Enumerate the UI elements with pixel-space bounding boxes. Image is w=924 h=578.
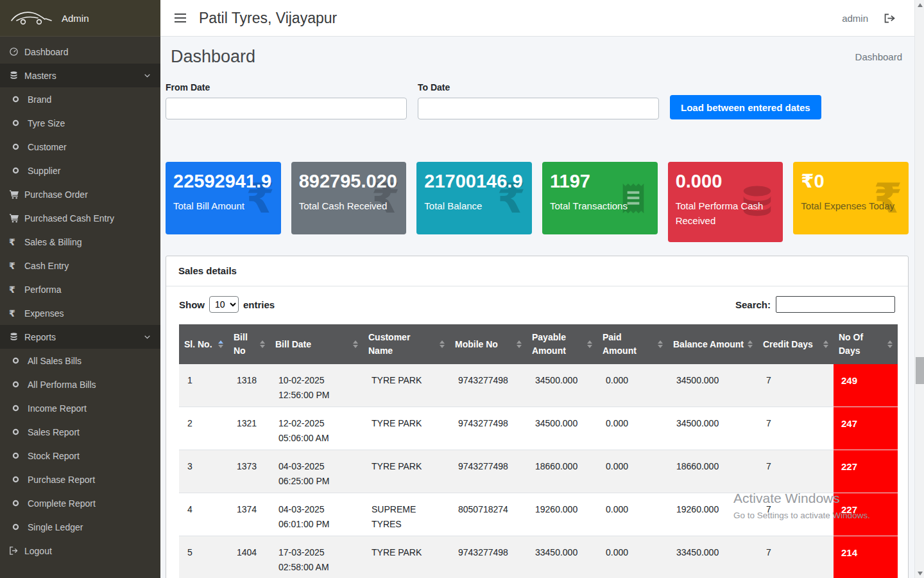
sidebar-item-sales-billing[interactable]: ₹Sales & Billing <box>0 230 160 254</box>
column-header-payable-amount[interactable]: Payable Amount <box>527 324 597 364</box>
stat-value: 1197 <box>550 170 650 193</box>
scrollbar[interactable] <box>914 0 924 578</box>
show-label: Show <box>179 299 205 310</box>
from-date-label: From Date <box>166 82 407 92</box>
cell-no-of-days: 249 <box>834 364 898 407</box>
sidebar-item-all-performa-bills[interactable]: All Performa Bills <box>0 372 160 396</box>
cell-credit-days: 7 <box>758 364 834 407</box>
stat-label: Total Balance <box>424 198 524 213</box>
sidebar-item-dashboard[interactable]: Dashboard <box>0 40 160 64</box>
cell-mobile-no: 9743277498 <box>450 407 527 450</box>
sidebar-item-label: Tyre Size <box>28 118 65 128</box>
table-row: 1131810-02-202512:56:00 PMTYRE PARK97432… <box>179 364 898 407</box>
sidebar-item-stock-report[interactable]: Stock Report <box>0 444 160 468</box>
sidebar-item-purchased-cash-entry[interactable]: Purchased Cash Entry <box>0 206 160 230</box>
sales-panel-header: Sales details <box>166 256 908 286</box>
cell-payable-amount: 33450.000 <box>527 536 597 578</box>
cell-no-of-days: 227 <box>834 493 898 536</box>
sidebar-item-logout[interactable]: Logout <box>0 539 160 563</box>
stack-icon <box>9 332 24 342</box>
to-date-field: To Date <box>418 82 659 119</box>
cell-bill-no: 1404 <box>228 536 270 578</box>
main-area: Patil Tyres, Vijayapur admin Dashboard D… <box>160 0 924 578</box>
menu-toggle-icon[interactable] <box>175 13 186 22</box>
chevron-down-icon <box>143 333 151 341</box>
sidebar-item-customer[interactable]: Customer <box>0 135 160 159</box>
entries-select[interactable]: 10 <box>209 296 239 313</box>
column-header-credit-days[interactable]: Credit Days <box>758 324 834 364</box>
sidebar-item-label: All Performa Bills <box>28 380 96 390</box>
cell-paid-amount: 0.000 <box>597 536 668 578</box>
breadcrumb[interactable]: Dashboard <box>855 51 902 62</box>
cell-bill-date: 17-03-202502:58:00 AM <box>270 536 363 578</box>
username[interactable]: admin <box>842 13 868 24</box>
from-date-input[interactable] <box>166 98 407 119</box>
sidebar-item-all-sales-bills[interactable]: All Sales Bills <box>0 349 160 372</box>
column-header-balance-amount[interactable]: Balance Amount <box>668 324 758 364</box>
sidebar-item-brand[interactable]: Brand <box>0 87 160 111</box>
column-header-bill-no[interactable]: Bill No <box>228 324 270 364</box>
column-header-no-of-days[interactable]: No Of Days <box>834 324 898 364</box>
logout-icon[interactable] <box>884 13 896 24</box>
sidebar-item-single-ledger[interactable]: Single Ledger <box>0 515 160 539</box>
column-label: Mobile No <box>455 338 498 351</box>
column-header-mobile-no[interactable]: Mobile No <box>450 324 527 364</box>
column-header-sl-no[interactable]: Sl. No. <box>179 324 228 364</box>
sidebar-item-label: Dashboard <box>24 47 69 57</box>
from-date-field: From Date <box>166 82 407 119</box>
sidebar-item-label: Supplier <box>28 166 60 176</box>
car-logo-icon <box>9 7 54 29</box>
cell-sl-no: 3 <box>179 450 228 493</box>
table-controls: Show 10 entries Search: <box>179 296 895 313</box>
sort-icon <box>823 340 828 348</box>
ring-icon <box>12 428 28 435</box>
scrollbar-thumb[interactable] <box>916 357 924 384</box>
cell-payable-amount: 19260.000 <box>527 493 597 536</box>
load-dates-button[interactable]: Load between entered dates <box>670 95 821 119</box>
sidebar-item-masters[interactable]: Masters <box>0 64 160 87</box>
column-label: Sl. No. <box>184 338 212 351</box>
cell-paid-amount: 0.000 <box>597 493 668 536</box>
scroll-up-icon[interactable] <box>915 0 924 10</box>
cell-bill-no: 1321 <box>228 407 270 450</box>
sidebar-item-label: Cash Entry <box>24 261 69 271</box>
sidebar-item-label: Purchased Cash Entry <box>24 213 114 223</box>
scroll-down-icon[interactable] <box>915 568 924 578</box>
sidebar-item-label: Expenses <box>24 308 64 319</box>
sidebar-item-purchase-order[interactable]: Purchase Order <box>0 182 160 206</box>
ring-icon <box>12 143 28 150</box>
search-input[interactable] <box>776 296 895 313</box>
to-date-label: To Date <box>418 82 659 92</box>
sidebar-item-complete-report[interactable]: Complete Report <box>0 491 160 515</box>
cell-no-of-days: 214 <box>834 536 898 578</box>
content: Dashboard Dashboard From Date To Date Lo… <box>160 37 924 578</box>
sidebar-item-sales-report[interactable]: Sales Report <box>0 420 160 444</box>
days-badge: 227 <box>834 493 898 536</box>
sidebar-item-performa[interactable]: ₹Performa <box>0 277 160 301</box>
sidebar-item-expenses[interactable]: ₹Expenses <box>0 301 160 325</box>
logout-icon <box>9 546 24 556</box>
sales-panel-body: Show 10 entries Search: S <box>166 286 908 578</box>
column-header-bill-date[interactable]: Bill Date <box>270 324 363 364</box>
column-label: No Of Days <box>839 331 885 358</box>
sidebar-item-reports[interactable]: Reports <box>0 325 160 349</box>
sales-panel-title: Sales details <box>178 265 237 276</box>
sidebar-item-label: Sales & Billing <box>24 237 82 247</box>
cell-credit-days: 7 <box>758 536 834 578</box>
stat-value: 22592941.9 <box>173 170 273 193</box>
cell-credit-days: 7 <box>758 407 834 450</box>
column-header-customer-name[interactable]: Customer Name <box>363 324 450 364</box>
sidebar-item-income-report[interactable]: Income Report <box>0 396 160 420</box>
cell-sl-no: 4 <box>179 493 228 536</box>
sort-icon <box>353 340 358 348</box>
sidebar-item-cash-entry[interactable]: ₹Cash Entry <box>0 254 160 277</box>
column-header-paid-amount[interactable]: Paid Amount <box>597 324 668 364</box>
sidebar-item-supplier[interactable]: Supplier <box>0 159 160 182</box>
sidebar-item-tyre-size[interactable]: Tyre Size <box>0 111 160 135</box>
sales-table: Sl. No.Bill NoBill DateCustomer NameMobi… <box>179 324 898 578</box>
sidebar-item-purchase-report[interactable]: Purchase Report <box>0 468 160 491</box>
cell-customer-name: SUPREME TYRES <box>363 493 450 536</box>
sidebar-item-label: Masters <box>24 71 56 81</box>
to-date-input[interactable] <box>418 98 659 119</box>
cell-mobile-no: 9743277498 <box>450 536 527 578</box>
